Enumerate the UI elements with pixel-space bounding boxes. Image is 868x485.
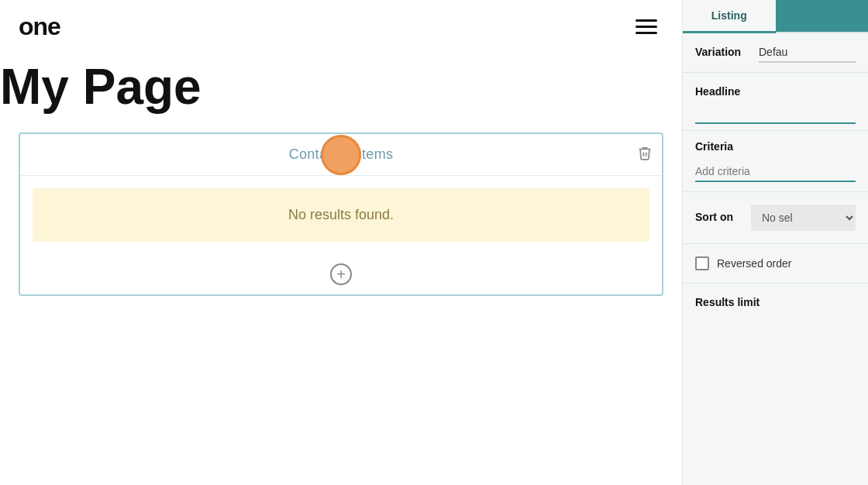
results-limit-label: Results limit	[695, 296, 856, 308]
main-content: one My Page Contained items	[0, 0, 682, 485]
hamburger-line-2	[636, 26, 657, 28]
sidebar-panel: Listing Variation Defau Headline Criteri…	[682, 0, 868, 485]
results-limit-section: Results limit	[683, 284, 868, 315]
headline-section: Headline	[683, 73, 868, 131]
reversed-order-checkbox[interactable]	[695, 256, 709, 270]
hamburger-line-3	[636, 32, 657, 34]
variation-label: Variation	[695, 43, 749, 58]
drag-handle[interactable]	[321, 135, 361, 175]
listing-header: Contained items	[20, 134, 662, 176]
app-logo: one	[19, 12, 60, 41]
variation-value: Defau	[759, 43, 856, 63]
page-title: My Page	[0, 53, 682, 132]
sidebar-tabs: Listing	[683, 0, 868, 33]
headline-label: Headline	[695, 85, 856, 98]
sort-on-row: Sort on No sel	[683, 192, 868, 244]
hamburger-menu-button[interactable]	[629, 13, 663, 40]
delete-listing-button[interactable]	[637, 145, 653, 164]
add-item-button[interactable]: +	[20, 254, 662, 294]
criteria-label: Criteria	[695, 140, 856, 153]
variation-row: Variation Defau	[683, 33, 868, 73]
reversed-order-row: Reversed order	[683, 244, 868, 284]
tab-listing[interactable]: Listing	[683, 0, 776, 33]
sort-on-select[interactable]: No sel	[751, 205, 856, 231]
tab-other[interactable]	[776, 0, 869, 32]
plus-circle-icon: +	[330, 263, 352, 285]
no-results-text: No results found.	[288, 207, 394, 222]
hamburger-line-1	[636, 19, 657, 22]
reversed-order-label: Reversed order	[717, 257, 792, 270]
no-results-box: No results found.	[33, 188, 649, 242]
header-bar: one	[0, 0, 682, 53]
listing-container: Contained items No results found. +	[19, 132, 663, 296]
headline-input[interactable]	[695, 104, 856, 124]
criteria-section: Criteria	[683, 131, 868, 192]
add-criteria-input[interactable]	[695, 162, 856, 182]
sort-on-label: Sort on	[695, 205, 742, 223]
